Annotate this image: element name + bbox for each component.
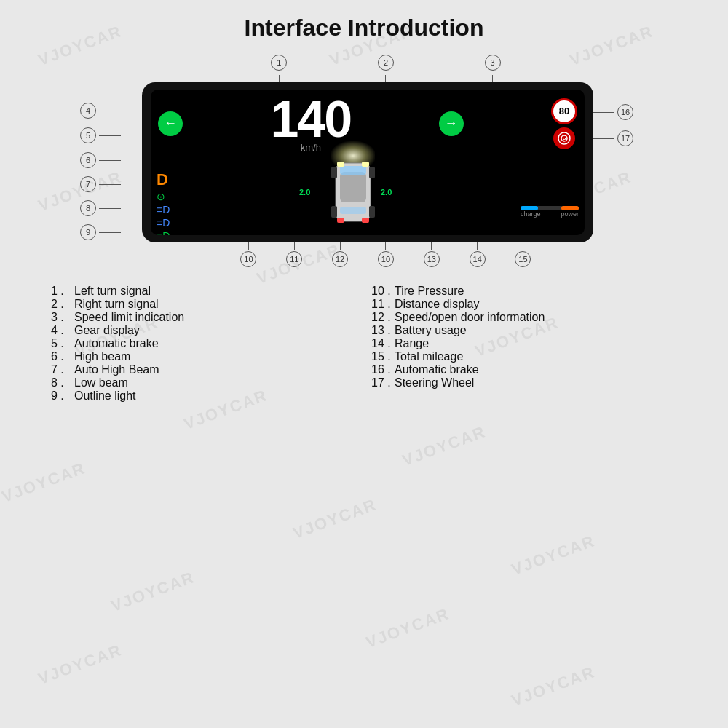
speed-display: 140 km/h: [270, 94, 351, 153]
high-beam-row: ≡D: [157, 204, 193, 215]
auto-high-beam-icon: ≡D: [157, 217, 170, 229]
legend-label-16: Automatic brake: [395, 363, 479, 376]
legend-item-2: 2 . Right turn signal: [51, 298, 357, 311]
svg-rect-5: [340, 166, 366, 175]
callout-16: 16: [617, 104, 633, 120]
legend-label-1: Left turn signal: [74, 285, 151, 298]
legend-num-8: 8 .: [51, 376, 71, 389]
legend-label-7: Auto High Beam: [74, 363, 159, 376]
callout-12: 12: [332, 251, 348, 267]
legend-label-3: Speed limit indication: [74, 311, 184, 324]
legend-num-10: 10 .: [371, 285, 392, 298]
car-diagram: 2.0: [193, 156, 513, 235]
callout-9: 9: [80, 224, 138, 240]
svg-rect-11: [331, 167, 337, 178]
callout-7-num: 7: [80, 176, 96, 192]
device-frame: ← 140 km/h →: [142, 82, 593, 242]
callout-3-top: 3: [485, 55, 501, 71]
svg-rect-10: [362, 218, 369, 223]
legend-num-9: 9 .: [51, 389, 71, 403]
top-callout-lines: [182, 75, 546, 82]
power-fill: [561, 206, 579, 210]
legend-left: 1 . Left turn signal 2 . Right turn sign…: [51, 285, 357, 403]
page-title: Interface Introduction: [29, 15, 699, 41]
screen-middle: D ⊙ ≡D ≡D ≡D: [151, 156, 585, 235]
auto-brake-row: ⊙: [157, 191, 193, 202]
svg-rect-13: [331, 206, 337, 218]
callout-16-row: 16: [593, 104, 633, 120]
legend-label-5: Automatic brake: [74, 337, 159, 350]
legend-item-5: 5 . Automatic brake: [51, 337, 357, 350]
tire-grid: 2.0: [299, 156, 407, 235]
legend-num-14: 14 .: [371, 337, 392, 350]
legend-item-14: 14 . Range: [371, 337, 677, 350]
svg-rect-7: [337, 162, 344, 167]
callout-4-num: 4: [80, 103, 96, 119]
charge-label: charge: [521, 210, 541, 218]
gear-row: D: [157, 170, 193, 189]
legend-label-11: Distance display: [395, 298, 480, 311]
svg-rect-8: [362, 162, 369, 167]
charge-fill: [521, 206, 538, 210]
legend-item-3: 3 . Speed limit indication: [51, 311, 357, 324]
legend-item-12: 12 . Speed/open door information: [371, 311, 677, 324]
svg-rect-14: [369, 206, 375, 218]
callout-17: 17: [617, 130, 633, 146]
top-callouts: 1 2 3: [182, 55, 546, 71]
callout-8: 8: [80, 200, 138, 216]
auto-high-beam-row: ≡D: [157, 217, 193, 229]
page-content: Interface Introduction 1 2 3 4 5: [0, 0, 728, 417]
callout-10a: 10: [240, 251, 256, 267]
callout-11: 11: [286, 251, 302, 267]
bar-labels: charge power: [521, 210, 579, 218]
legend-num-11: 11 .: [371, 298, 392, 311]
legend-label-13: Battery usage: [395, 324, 467, 337]
legend-label-9: Outline light: [74, 389, 136, 403]
left-icons: D ⊙ ≡D ≡D ≡D: [157, 170, 193, 235]
right-indicators: 80 P: [551, 98, 577, 149]
legend-label-10: Tire Pressure: [395, 285, 464, 298]
legend-right: 10 . Tire Pressure 11 . Distance display…: [371, 285, 677, 403]
legend-num-13: 13 .: [371, 324, 392, 337]
bottom-callout-lines: [182, 242, 546, 250]
legend-item-7: 7 . Auto High Beam: [51, 363, 357, 376]
dashboard-outer: 1 2 3 4 5 6: [80, 55, 648, 267]
legend-num-17: 17 .: [371, 376, 392, 389]
callout-5-num: 5: [80, 127, 96, 143]
speed-value: 140: [270, 94, 351, 145]
callout-14: 14: [470, 251, 486, 267]
legend-num-15: 15 .: [371, 350, 392, 363]
charge-power-area: charge power: [521, 206, 579, 218]
legend-num-1: 1 .: [51, 285, 71, 298]
callout-6: 6: [80, 152, 138, 168]
legend-label-8: Low beam: [74, 376, 128, 389]
car-top-area: [327, 156, 379, 229]
low-beam-row: ≡D: [157, 230, 193, 235]
legend-num-4: 4 .: [51, 324, 71, 337]
legend-item-16: 16 . Automatic brake: [371, 363, 677, 376]
legend-label-17: Steering Wheel: [395, 376, 474, 389]
brake-indicator: P: [553, 127, 575, 149]
legend: 1 . Left turn signal 2 . Right turn sign…: [29, 285, 699, 403]
callout-17-row: 17: [593, 130, 633, 146]
callout-8-num: 8: [80, 200, 96, 216]
callout-4: 4: [80, 103, 138, 119]
low-beam-icon: ≡D: [157, 230, 170, 235]
speed-limit-sign: 80: [551, 98, 577, 124]
legend-item-4: 4 . Gear display: [51, 324, 357, 337]
right-side-callouts: 16 17: [593, 104, 633, 146]
tire-fr: 2.0: [381, 188, 407, 197]
callout-10b: 10: [378, 251, 394, 267]
legend-item-17: 17 . Steering Wheel: [371, 376, 677, 389]
line-16: [593, 112, 614, 113]
callout-13: 13: [424, 251, 440, 267]
svg-rect-6: [340, 207, 366, 214]
legend-label-15: Total mileage: [395, 350, 463, 363]
callout-5: 5: [80, 127, 138, 143]
legend-item-11: 11 . Distance display: [371, 298, 677, 311]
legend-label-6: High beam: [74, 350, 130, 363]
bottom-callouts: 10 11 12 10 13 14 15: [182, 251, 546, 267]
callout-15: 15: [515, 251, 531, 267]
right-turn-signal: →: [439, 111, 464, 136]
svg-rect-4: [340, 172, 366, 202]
